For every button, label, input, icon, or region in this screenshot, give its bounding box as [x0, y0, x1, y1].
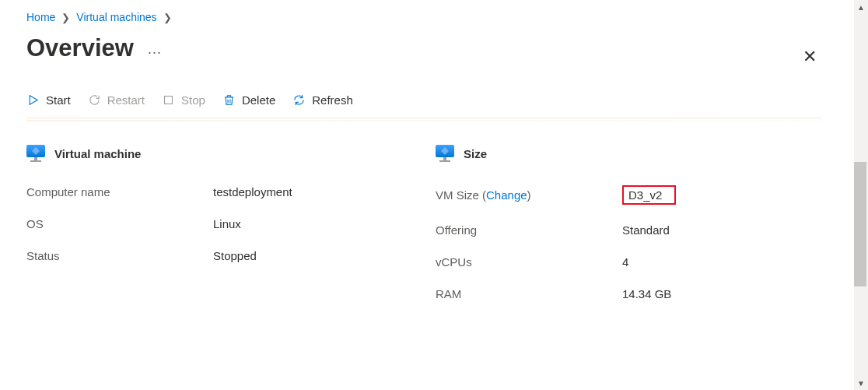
- stop-button: Stop: [162, 93, 205, 107]
- restart-icon: [88, 93, 101, 107]
- computer-name-value: testdeployment: [213, 185, 292, 199]
- start-label: Start: [46, 93, 71, 107]
- size-section: Size VM Size (Change) D3_v2 Offering Sta…: [436, 145, 821, 310]
- svg-rect-1: [165, 97, 173, 104]
- ram-label: RAM: [436, 287, 622, 300]
- virtual-machine-header: Virtual machine: [54, 147, 141, 160]
- vm-size-value: D3_v2: [622, 185, 676, 205]
- scrollbar[interactable]: ▲ ▼: [854, 0, 868, 390]
- virtual-machine-icon: [436, 145, 454, 162]
- breadcrumb-virtual-machines[interactable]: Virtual machines: [76, 11, 156, 23]
- stop-label: Stop: [181, 93, 205, 107]
- chevron-right-icon: ❯: [163, 12, 172, 23]
- stop-icon: [162, 93, 175, 107]
- vcpus-value: 4: [622, 255, 628, 269]
- size-header: Size: [464, 147, 487, 160]
- toolbar-divider: [26, 120, 821, 121]
- svg-marker-0: [30, 96, 37, 104]
- page-title: Overview: [26, 34, 134, 62]
- os-value: Linux: [213, 217, 241, 230]
- toolbar: Start Restart Stop Delete Refresh: [26, 65, 821, 118]
- status-value: Stopped: [213, 249, 257, 262]
- trash-icon: [222, 93, 236, 107]
- scroll-up-icon[interactable]: ▲: [854, 0, 868, 14]
- refresh-label: Refresh: [312, 93, 353, 107]
- refresh-icon: [292, 93, 306, 107]
- breadcrumb-home[interactable]: Home: [26, 11, 55, 23]
- kv-row-vcpus: vCPUs 4: [436, 246, 821, 278]
- refresh-button[interactable]: Refresh: [292, 93, 353, 107]
- kv-row-offering: Offering Standard: [436, 214, 821, 246]
- kv-row-status: Status Stopped: [26, 240, 412, 272]
- virtual-machine-icon: [26, 145, 45, 162]
- virtual-machine-section: Virtual machine Computer name testdeploy…: [26, 145, 412, 310]
- play-icon: [26, 93, 40, 107]
- kv-row-ram: RAM 14.34 GB: [436, 278, 821, 310]
- vm-size-label: VM Size (Change): [436, 188, 622, 202]
- scrollbar-thumb[interactable]: [854, 162, 866, 286]
- kv-row-os: OS Linux: [26, 208, 412, 240]
- kv-row-computer-name: Computer name testdeployment: [26, 176, 412, 208]
- scroll-down-icon[interactable]: ▼: [854, 376, 868, 390]
- ram-value: 14.34 GB: [622, 287, 671, 300]
- chevron-right-icon: ❯: [61, 12, 70, 23]
- restart-label: Restart: [107, 93, 145, 107]
- more-actions-button[interactable]: ···: [148, 37, 162, 59]
- delete-button[interactable]: Delete: [222, 93, 275, 107]
- restart-button: Restart: [88, 93, 145, 107]
- os-label: OS: [26, 217, 213, 230]
- scrollbar-track[interactable]: [854, 14, 868, 376]
- offering-label: Offering: [436, 223, 622, 237]
- close-icon[interactable]: ✕: [803, 47, 817, 67]
- offering-value: Standard: [622, 223, 670, 237]
- breadcrumb: Home ❯ Virtual machines ❯: [26, 0, 821, 26]
- delete-label: Delete: [242, 93, 275, 107]
- start-button[interactable]: Start: [26, 93, 71, 107]
- computer-name-label: Computer name: [26, 185, 213, 199]
- kv-row-vm-size: VM Size (Change) D3_v2: [436, 176, 821, 214]
- status-label: Status: [26, 249, 213, 262]
- vcpus-label: vCPUs: [436, 255, 622, 269]
- change-link[interactable]: Change: [486, 188, 527, 202]
